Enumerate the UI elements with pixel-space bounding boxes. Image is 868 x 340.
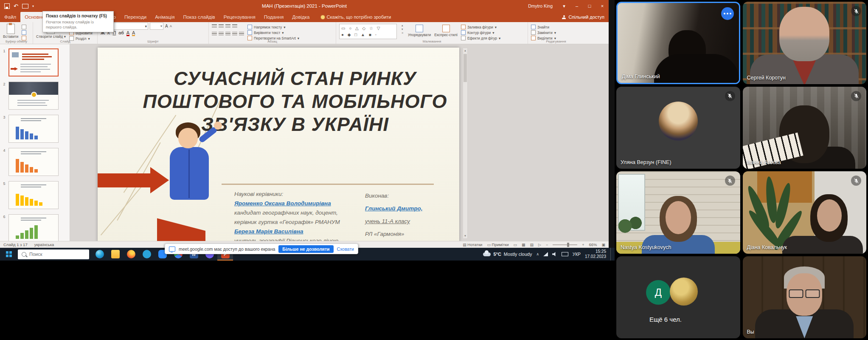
cut-icon[interactable]	[22, 25, 26, 29]
mic-muted-icon[interactable]	[851, 176, 861, 186]
firefox-taskbar-icon[interactable]	[123, 248, 139, 261]
quick-styles-button[interactable]: Експрес-стилі	[434, 24, 458, 37]
zoom-slider[interactable]	[553, 244, 577, 245]
slide-scrollbar[interactable]: ▲ ▼	[463, 48, 468, 239]
highlight-color-button[interactable]: А	[132, 31, 135, 36]
close-button[interactable]: ×	[596, 0, 609, 12]
align-center-icon[interactable]	[219, 32, 224, 36]
reading-view-icon[interactable]: ▤	[530, 243, 534, 247]
shapes-scroll-up-icon[interactable]: ▴	[402, 24, 403, 27]
bullets-icon[interactable]	[212, 24, 217, 28]
title-slide[interactable]: СУЧАСНИЙ СТАН РИНКУ ПОШТОВОГО ТА МОБІЛЬН…	[98, 48, 459, 241]
scrollbar-thumb[interactable]	[463, 54, 467, 82]
shrink-font-icon[interactable]: А	[170, 24, 172, 28]
slide-thumbnail-1[interactable]: 1	[0, 48, 70, 76]
participant-tile[interactable]: Уляна Верзун (FINE)	[616, 87, 740, 169]
participant-tile[interactable]: Nastya Kostyukovych	[616, 171, 740, 254]
maximize-button[interactable]: □	[583, 0, 596, 12]
start-slideshow-icon[interactable]	[22, 4, 28, 8]
ribbon-display-options-button[interactable]: ▾	[558, 0, 570, 12]
grow-font-icon[interactable]: А	[165, 24, 168, 28]
align-text-button[interactable]: Вирівняти текст ▾	[247, 30, 299, 35]
comments-toggle[interactable]: ▭ Примітки	[487, 242, 508, 247]
participant-tile[interactable]: Іванна Агєєва	[743, 87, 867, 169]
slide-thumbnail-6[interactable]: 6	[0, 214, 70, 241]
arrange-button[interactable]: Упорядкувати	[408, 24, 431, 37]
more-options-icon[interactable]	[721, 7, 734, 20]
account-name[interactable]: Dmytro King	[528, 3, 553, 8]
hide-banner-link[interactable]: Сховати	[337, 246, 354, 252]
notes-toggle[interactable]: ▤ Нотатки	[463, 242, 482, 247]
mic-muted-icon[interactable]	[725, 176, 735, 186]
overflow-participants-tile[interactable]: Д Ещё 6 чел.	[616, 256, 740, 339]
align-right-icon[interactable]	[225, 32, 230, 36]
strikethrough-button[interactable]: аб	[118, 30, 124, 35]
align-left-icon[interactable]	[212, 32, 217, 36]
line-spacing-icon[interactable]	[239, 32, 244, 36]
slide-thumbnail-5[interactable]: 5	[0, 181, 70, 209]
shapes-gallery[interactable]: ▭ ○ △ ◇ ☆ ▽ ● ◆ □ ▲ ■ ◦	[339, 24, 397, 39]
mic-muted-icon[interactable]	[851, 91, 861, 101]
tab-view[interactable]: Подання	[260, 12, 288, 22]
taskbar-search-input[interactable]: Поиск	[18, 249, 89, 259]
qat-customize-caret-icon[interactable]: ▾	[32, 4, 34, 8]
share-button[interactable]: Спільний доступ	[562, 12, 604, 22]
tab-file[interactable]: Файл	[0, 12, 20, 22]
normal-view-icon[interactable]: ▭	[513, 243, 517, 247]
justify-icon[interactable]	[232, 32, 237, 36]
telegram-taskbar-icon[interactable]	[139, 248, 154, 261]
zoom-percent[interactable]: 66%	[589, 242, 597, 247]
network-icon[interactable]	[543, 252, 548, 256]
edge-taskbar-icon[interactable]	[92, 248, 107, 261]
slide-thumbnail-2[interactable]: 2	[0, 82, 70, 110]
hidden-icons-chevron[interactable]: ∧	[536, 252, 539, 256]
find-button[interactable]: Знайти	[531, 25, 581, 29]
stop-sharing-button[interactable]: Більше не дозволяти	[278, 245, 333, 253]
font-color-button[interactable]: А	[126, 31, 129, 36]
language-switcher[interactable]: УКР	[573, 252, 581, 257]
mic-muted-icon[interactable]	[725, 91, 735, 101]
tell-me-search[interactable]: Скажіть, що потрібно зробити	[321, 12, 391, 22]
mic-muted-icon[interactable]	[851, 6, 861, 16]
tab-slideshow[interactable]: Показ слайдів	[179, 12, 219, 22]
save-icon[interactable]	[4, 3, 10, 9]
indent-decrease-icon[interactable]	[225, 24, 230, 28]
shapes-more-icon[interactable]: ≡	[402, 31, 403, 34]
start-button[interactable]	[0, 248, 18, 261]
tab-review[interactable]: Рецензування	[219, 12, 260, 22]
indent-increase-icon[interactable]	[232, 24, 237, 28]
scroll-down-icon[interactable]: ▼	[463, 233, 467, 238]
replace-button[interactable]: Замінити ▾	[531, 30, 581, 35]
font-size-select[interactable]: ▾	[150, 23, 163, 30]
zoom-out-icon[interactable]: −	[546, 243, 548, 247]
undo-icon[interactable]: ↶	[14, 3, 18, 9]
numbering-icon[interactable]	[219, 24, 224, 28]
volume-icon[interactable]	[552, 252, 557, 257]
zoom-in-icon[interactable]: +	[582, 243, 584, 247]
weather-widget[interactable]: 5°C Mostly cloudy	[483, 252, 532, 257]
copy-icon[interactable]	[22, 30, 26, 35]
shape-fill-button[interactable]: Заливка фігури ▾	[461, 25, 500, 29]
slide-thumbnail-4[interactable]: 4	[0, 148, 70, 176]
slide-thumbnail-3[interactable]: 3	[0, 115, 70, 143]
paste-button[interactable]: Вставити	[3, 24, 18, 39]
tab-transitions[interactable]: Переходи	[120, 12, 151, 22]
scroll-up-icon[interactable]: ▲	[463, 48, 467, 53]
show-desktop-button[interactable]	[610, 248, 613, 261]
explorer-taskbar-icon[interactable]	[107, 248, 123, 261]
participant-tile[interactable]: Сергей Коротун	[743, 2, 867, 84]
battery-icon[interactable]	[562, 252, 568, 256]
shape-outline-button[interactable]: Контур фігури ▾	[461, 30, 500, 35]
tab-animations[interactable]: Анімація	[151, 12, 179, 22]
fit-to-window-icon[interactable]: ▣	[601, 243, 605, 247]
clock[interactable]: 15:25 17.02.2023	[585, 249, 606, 259]
participant-tile[interactable]: Діана Ковальчук	[743, 171, 867, 254]
slide-sorter-view-icon[interactable]: ▦	[522, 243, 525, 247]
text-direction-button[interactable]: Напрямок тексту ▾	[247, 25, 299, 29]
tab-help[interactable]: Довідка	[288, 12, 314, 22]
self-view-tile[interactable]: Вы	[743, 256, 867, 339]
minimize-button[interactable]: –	[570, 0, 583, 12]
shapes-scroll-down-icon[interactable]: ▾	[402, 28, 403, 31]
participant-tile[interactable]: Діма Глинський	[616, 2, 740, 84]
slideshow-view-icon[interactable]: ▷	[538, 243, 541, 247]
